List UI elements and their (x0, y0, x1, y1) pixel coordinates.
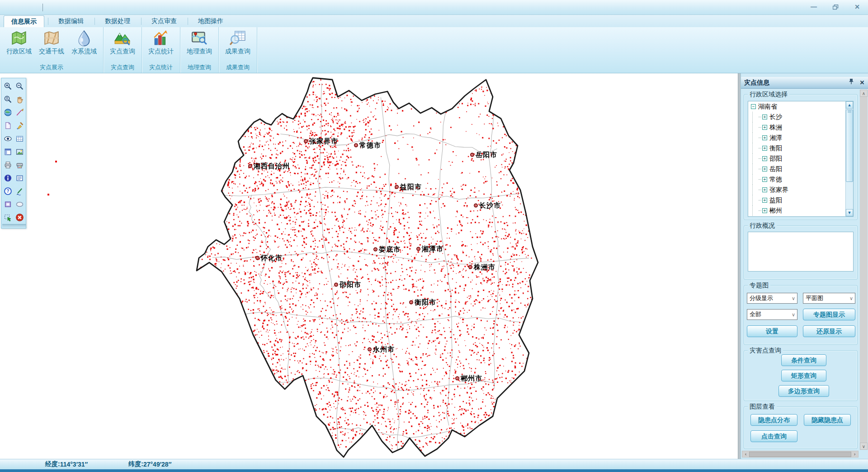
city-label-娄底市: 娄底市 (373, 245, 401, 254)
toolbar-grip[interactable] (2, 224, 26, 227)
zoom-in-icon[interactable] (2, 80, 14, 93)
pan-hand-icon[interactable] (14, 93, 25, 106)
grid-table-icon[interactable] (14, 132, 25, 145)
zoom-extent-icon[interactable]: ± (2, 93, 14, 106)
expand-icon[interactable]: + (762, 114, 767, 119)
panel-vertical-scrollbar[interactable]: ∧ ∨ (860, 90, 868, 450)
expand-icon[interactable]: + (762, 135, 767, 140)
latitude-label: 纬度: (128, 460, 143, 468)
map-area[interactable]: 张家界市常德市岳阳市湘西自治州益阳市长沙市娄底市湘潭市怀化市株洲市邵阳市衡阳市永… (0, 73, 738, 459)
panel-hscroll-thumb[interactable] (749, 452, 851, 457)
mountain-search-button[interactable]: 灾点查询 (106, 28, 139, 63)
legend-window-icon[interactable] (14, 172, 25, 185)
expand-icon[interactable]: + (762, 156, 767, 161)
tree-item-湘潭[interactable]: +湘潭 (748, 133, 853, 143)
condition-query-button[interactable]: 条件查询 (781, 354, 826, 366)
expand-icon[interactable]: + (762, 146, 767, 151)
tree-item-张家界[interactable]: +张家界 (748, 185, 853, 195)
tree-item-郴州[interactable]: +郴州 (748, 205, 853, 216)
panel-horizontal-scrollbar[interactable]: ‹ › (742, 451, 859, 458)
tree-item-邵阳[interactable]: +邵阳 (748, 153, 853, 164)
tab-2[interactable]: 数据编辑 (51, 15, 91, 27)
hide-hazard-button[interactable]: 隐藏隐患点 (804, 414, 851, 426)
panel-scroll-right-icon[interactable]: › (851, 451, 858, 457)
latitude-value: 27°49′28″ (143, 461, 171, 468)
expand-icon[interactable]: + (762, 187, 767, 192)
help-icon[interactable]: ? (2, 185, 14, 198)
hazard-distribution-button[interactable]: 隐患点分布 (750, 414, 797, 426)
click-query-button[interactable]: 点击查询 (750, 430, 797, 442)
print-preview-icon[interactable] (14, 158, 25, 172)
table-search-button[interactable]: 成果查询 (222, 28, 254, 63)
plane-map-select[interactable]: 平面图∨ (803, 293, 855, 304)
bar-chart-button[interactable]: 灾点统计 (145, 28, 177, 63)
blank-page-icon[interactable] (2, 119, 14, 132)
info-icon[interactable] (2, 172, 14, 185)
image-map-icon[interactable] (14, 145, 25, 158)
globe-icon[interactable] (2, 106, 14, 119)
expand-icon[interactable]: + (762, 208, 767, 213)
close-button[interactable]: ✕ (849, 2, 865, 12)
collapse-icon[interactable]: − (751, 104, 756, 109)
zoom-out-icon[interactable] (14, 80, 25, 93)
pin-icon[interactable] (847, 78, 856, 87)
tree-item-岳阳[interactable]: +岳阳 (748, 164, 853, 174)
ellipse-tool-icon[interactable] (14, 198, 25, 211)
expand-icon[interactable]: + (762, 177, 767, 182)
tree-item-益阳[interactable]: +益阳 (748, 195, 853, 205)
settings-button[interactable]: 设置 (747, 325, 797, 337)
panel-scroll-left-icon[interactable]: ‹ (742, 451, 749, 457)
tab-1[interactable]: 信息展示 (4, 15, 44, 27)
tree-item-株洲[interactable]: +株洲 (748, 122, 853, 133)
map-canvas[interactable] (0, 73, 738, 459)
overview-textarea[interactable] (748, 232, 854, 272)
minimize-button[interactable]: — (806, 2, 821, 12)
city-marker-icon (455, 377, 459, 381)
ribbon-group-label: 灾点查询 (111, 63, 134, 73)
tree-scroll-up-icon[interactable]: ▲ (846, 101, 853, 109)
water-drop-button[interactable]: 水系流域 (68, 28, 100, 63)
select-region-icon[interactable] (2, 211, 14, 224)
close-red-icon[interactable] (14, 211, 25, 224)
window-frame-icon[interactable] (2, 198, 14, 211)
tree-connector (759, 210, 761, 211)
tree-item-label: 株洲 (769, 124, 782, 132)
restore-display-button[interactable]: 还原显示 (803, 325, 855, 337)
region-select-title: 行政区域选择 (748, 91, 789, 99)
map-search-button[interactable]: 地理查询 (183, 28, 216, 63)
panel-close-icon[interactable]: ✕ (858, 78, 867, 87)
measure-line-icon[interactable] (14, 106, 25, 119)
tree-scroll-thumb[interactable] (846, 110, 853, 182)
polygon-query-button[interactable]: 多边形查询 (778, 385, 829, 397)
restore-button[interactable] (828, 2, 843, 12)
tree-connector (759, 179, 761, 180)
panel-scroll-down-icon[interactable]: ∨ (860, 443, 868, 450)
rect-query-button[interactable]: 矩形查询 (781, 370, 826, 381)
expand-icon[interactable]: + (762, 167, 767, 172)
expand-icon[interactable]: + (762, 198, 767, 203)
tree-item-长沙[interactable]: +长沙 (748, 112, 853, 122)
tree-scrollbar[interactable]: ▲ ▼ (845, 101, 853, 216)
admin-region-map-button[interactable]: 行政区域 (3, 28, 35, 63)
panel-scroll-up-icon[interactable]: ∧ (860, 90, 868, 97)
thematic-show-button[interactable]: 专题图显示 (803, 309, 855, 320)
region-tree[interactable]: −湖南省+长沙+株洲+湘潭+衡阳+邵阳+岳阳+常德+张家界+益阳+郴州 ▲ ▼ (748, 101, 854, 217)
restore-icon (833, 5, 839, 10)
eye-icon[interactable] (2, 132, 14, 145)
paint-brush-icon[interactable] (14, 119, 25, 132)
tree-item-衡阳[interactable]: +衡阳 (748, 143, 853, 153)
scope-select[interactable]: 全部∨ (747, 309, 797, 320)
tree-item-湖南省[interactable]: −湖南省 (748, 101, 853, 112)
tab-3[interactable]: 数据处理 (98, 15, 137, 27)
tree-scroll-down-icon[interactable]: ▼ (846, 209, 853, 216)
tab-4[interactable]: 灾点审查 (144, 15, 184, 27)
grade-display-select[interactable]: 分级显示∨ (747, 293, 797, 304)
city-label-湘潭市: 湘潭市 (416, 245, 443, 253)
tab-5[interactable]: 地图操作 (191, 15, 231, 27)
printer-icon[interactable] (2, 158, 14, 172)
traffic-map-button[interactable]: 交通干线 (35, 28, 68, 63)
expand-icon[interactable]: + (762, 125, 767, 130)
layout-doc-icon[interactable] (2, 145, 14, 158)
tree-item-常德[interactable]: +常德 (748, 174, 853, 185)
sketch-pen-icon[interactable] (14, 185, 25, 198)
